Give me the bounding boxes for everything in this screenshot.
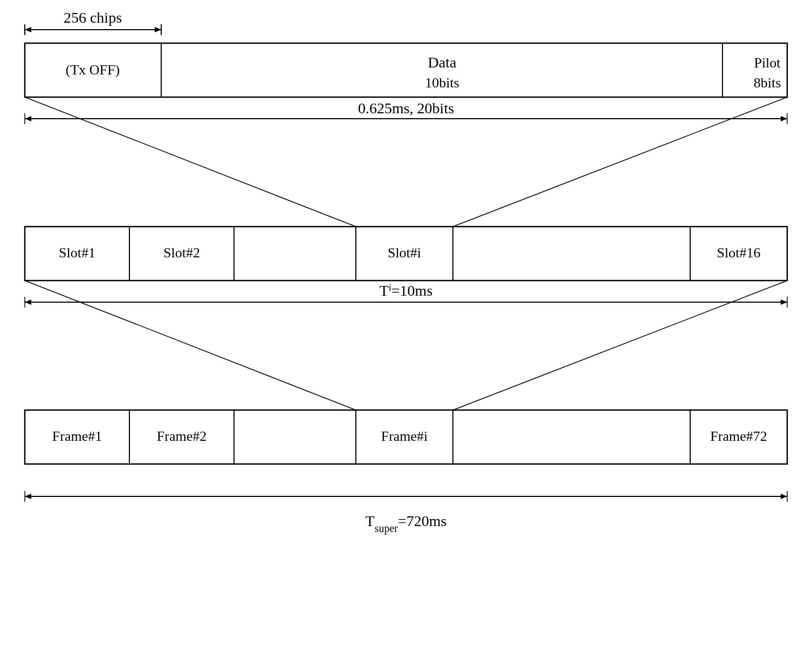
slot-duration-label: 0.625ms, 20bits [358,100,454,117]
chips-label: 256 chips [64,9,122,26]
frame2-label: Frame#2 [157,428,207,444]
tx-off-label: (Tx OFF) [66,62,120,78]
data-label: Data [428,54,457,71]
sloti-label: Slot#i [388,245,421,261]
data-bits-label: 10bits [425,75,459,91]
slot1-label: Slot#1 [59,245,95,261]
framei-label: Frame#i [381,428,428,444]
slot16-label: Slot#16 [717,245,761,261]
diagram-container: 256 chips (Tx OFF) Data 10bits Pilot 8bi… [0,0,812,648]
slot2-label: Slot#2 [163,245,200,261]
frame72-label: Frame#72 [710,428,767,444]
pilot-bits-label: 8bits [754,75,781,91]
frame1-label: Frame#1 [52,428,102,444]
svg-rect-6 [25,43,787,97]
pilot-label: Pilot [754,55,781,71]
frame-duration-label: Tⁱ=10ms [380,282,433,299]
